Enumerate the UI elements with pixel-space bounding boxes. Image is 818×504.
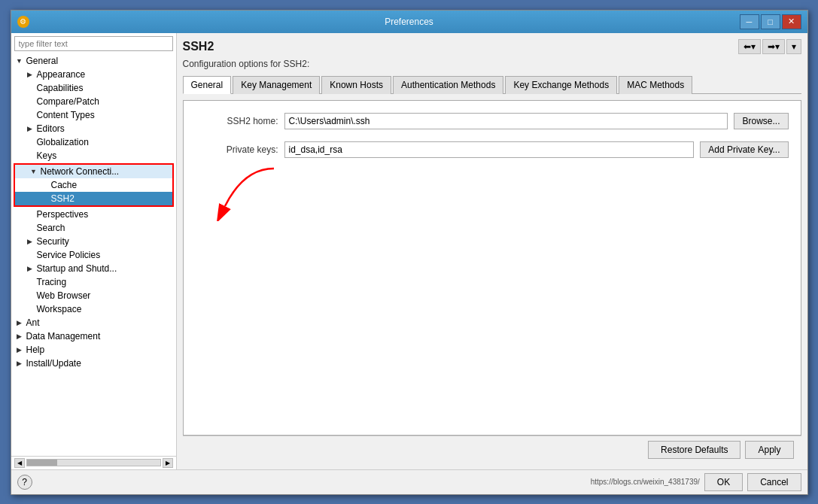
sidebar-label-web-browser: Web Browser — [35, 290, 91, 301]
expand-icon-general: ▼ — [14, 56, 25, 66]
expand-icon-startup: ▶ — [25, 263, 35, 274]
sidebar-item-web-browser[interactable]: Web Browser — [11, 289, 176, 302]
expand-icon-service-policies — [25, 250, 35, 260]
ok-button[interactable]: OK — [704, 473, 743, 491]
sidebar-item-search[interactable]: Search — [11, 221, 176, 235]
footer-bar: ? https://blogs.cn/weixin_4381739/ OK Ca… — [11, 469, 807, 494]
sidebar-label-search: Search — [35, 223, 65, 233]
sidebar-item-install-update[interactable]: ▶ Install/Update — [11, 357, 176, 370]
expand-icon-ant: ▶ — [14, 317, 25, 328]
nav-buttons: ⬅▾ ➡▾ ▾ — [738, 39, 801, 54]
minimize-button[interactable]: ─ — [740, 14, 759, 29]
expand-icon-ssh2 — [39, 193, 50, 204]
sidebar-item-compare-patch[interactable]: Compare/Patch — [11, 95, 176, 108]
window-title: Preferences — [385, 17, 433, 27]
sidebar-item-network-connections[interactable]: ▼ Network Connecti... — [15, 165, 172, 178]
sidebar-item-ant[interactable]: ▶ Ant — [11, 316, 176, 329]
expand-icon-appearance: ▶ — [25, 69, 35, 80]
sidebar-item-keys[interactable]: Keys — [11, 149, 176, 162]
sidebar-scrollbar: ◀ ▶ — [11, 456, 176, 469]
expand-icon-workspace — [25, 304, 35, 314]
private-keys-input[interactable] — [284, 141, 695, 158]
sidebar-item-service-policies[interactable]: Service Policies — [11, 248, 176, 262]
sidebar-item-cache[interactable]: Cache — [15, 178, 172, 192]
sidebar-item-help[interactable]: ▶ Help — [11, 343, 176, 357]
add-private-key-button[interactable]: Add Private Key... — [700, 141, 788, 158]
sidebar-item-ssh2[interactable]: SSH2 — [15, 192, 172, 205]
expand-icon-compare-patch — [25, 96, 35, 107]
scroll-right-btn[interactable]: ▶ — [163, 458, 173, 468]
scroll-left-btn[interactable]: ◀ — [14, 458, 25, 468]
sidebar-item-perspectives[interactable]: Perspectives — [11, 208, 176, 221]
sidebar-label-content-types: Content Types — [35, 110, 95, 120]
ssh2-home-input[interactable] — [284, 113, 728, 129]
sidebar-item-data-management[interactable]: ▶ Data Management — [11, 329, 176, 343]
sidebar-item-appearance[interactable]: ▶ Appearance — [11, 68, 176, 81]
tab-key-exchange[interactable]: Key Exchange Methods — [505, 76, 617, 94]
sidebar-item-editors[interactable]: ▶ Editors — [11, 122, 176, 135]
main-panel: SSH2 ⬅▾ ➡▾ ▾ Configuration options for S… — [177, 33, 807, 469]
status-url: https://blogs.cn/weixin_4381739/ — [591, 478, 700, 486]
back-button[interactable]: ⬅▾ — [738, 39, 761, 54]
tab-known-hosts[interactable]: Known Hosts — [321, 76, 391, 94]
tab-key-management[interactable]: Key Management — [233, 76, 320, 94]
scroll-thumb — [27, 460, 57, 466]
title-bar: ⚙ Preferences ─ □ ✕ — [11, 11, 807, 33]
sidebar-label-compare-patch: Compare/Patch — [35, 96, 99, 107]
apply-button[interactable]: Apply — [745, 441, 793, 459]
filter-input[interactable] — [14, 36, 173, 51]
sidebar-label-capabilities: Capabilities — [35, 83, 84, 93]
tab-general[interactable]: General — [183, 76, 232, 94]
expand-icon-data-management: ▶ — [14, 331, 25, 342]
sidebar-label-install-update: Install/Update — [25, 358, 81, 369]
expand-icon-editors: ▶ — [25, 123, 35, 134]
sidebar-label-ssh2: SSH2 — [50, 193, 75, 204]
restore-defaults-button[interactable]: Restore Defaults — [648, 441, 740, 459]
sidebar-item-globalization[interactable]: Globalization — [11, 135, 176, 149]
browse-button[interactable]: Browse... — [734, 113, 788, 129]
private-keys-row: Private keys: Add Private Key... — [196, 141, 789, 158]
sidebar-label-editors: Editors — [35, 123, 65, 134]
panel-title: SSH2 — [183, 40, 214, 53]
expand-icon-cache — [39, 180, 50, 190]
sidebar-label-tracing: Tracing — [35, 277, 67, 287]
forward-button[interactable]: ➡▾ — [762, 39, 785, 54]
sidebar-item-content-types[interactable]: Content Types — [11, 108, 176, 122]
help-button[interactable]: ? — [17, 475, 32, 490]
sidebar-item-capabilities[interactable]: Capabilities — [11, 81, 176, 95]
expand-icon-search — [25, 223, 35, 233]
expand-icon-tracing — [25, 277, 35, 287]
menu-button[interactable]: ▾ — [786, 39, 801, 54]
expand-icon-security: ▶ — [25, 236, 35, 247]
sidebar-label-data-management: Data Management — [25, 331, 101, 342]
sidebar-label-help: Help — [25, 345, 45, 355]
sidebar-item-general[interactable]: ▼ General — [11, 54, 176, 68]
sidebar-label-appearance: Appearance — [35, 69, 86, 80]
app-icon: ⚙ — [17, 16, 29, 28]
sidebar-item-security[interactable]: ▶ Security — [11, 235, 176, 248]
expand-icon-network: ▼ — [29, 166, 39, 177]
sidebar-label-globalization: Globalization — [35, 137, 89, 147]
sidebar-item-workspace[interactable]: Workspace — [11, 302, 176, 316]
sidebar-item-startup-shutdown[interactable]: ▶ Startup and Shutd... — [11, 262, 176, 275]
cancel-button[interactable]: Cancel — [747, 473, 801, 491]
tab-mac-methods[interactable]: MAC Methods — [619, 76, 692, 94]
tab-bar: General Key Management Known Hosts Authe… — [183, 75, 801, 94]
sidebar: ▼ General ▶ Appearance Capabilities Comp… — [11, 33, 177, 469]
tree-container: ▼ General ▶ Appearance Capabilities Comp… — [11, 54, 176, 456]
sidebar-label-cache: Cache — [50, 180, 78, 190]
content-area: ▼ General ▶ Appearance Capabilities Comp… — [11, 33, 807, 469]
expand-icon-capabilities — [25, 83, 35, 93]
sidebar-label-security: Security — [35, 236, 69, 247]
restore-button[interactable]: □ — [761, 14, 780, 29]
sidebar-label-startup-shutdown: Startup and Shutd... — [35, 263, 117, 274]
sidebar-item-tracing[interactable]: Tracing — [11, 275, 176, 289]
config-panel: SSH2 home: Browse... Private keys: Add P… — [183, 100, 801, 436]
tab-auth-methods[interactable]: Authentication Methods — [393, 76, 503, 94]
footer-buttons: https://blogs.cn/weixin_4381739/ OK Canc… — [591, 473, 801, 491]
bottom-bar: Restore Defaults Apply — [183, 436, 801, 463]
sidebar-label-general: General — [25, 56, 59, 66]
scroll-track[interactable] — [26, 459, 161, 466]
close-button[interactable]: ✕ — [782, 14, 801, 29]
ssh2-home-label: SSH2 home: — [196, 116, 278, 126]
